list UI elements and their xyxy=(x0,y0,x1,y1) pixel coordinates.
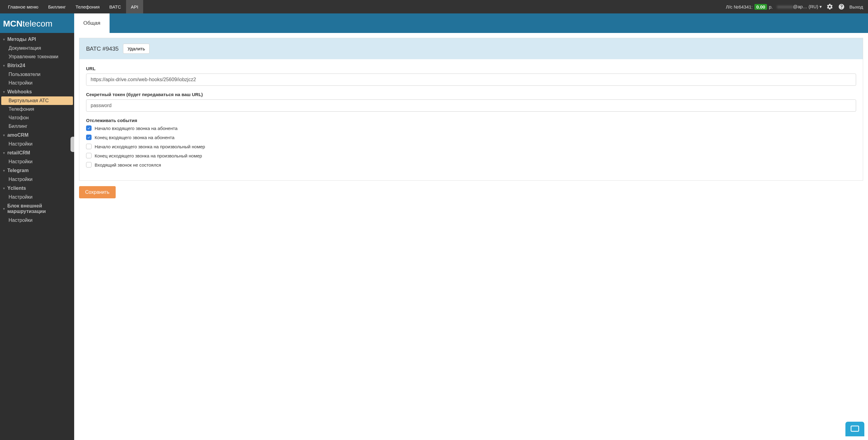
checkbox[interactable] xyxy=(86,144,92,149)
delete-button[interactable]: Удалить xyxy=(123,44,150,54)
caret-down-icon: ▼ xyxy=(2,64,5,67)
token-input[interactable] xyxy=(86,99,856,112)
sidebar-group[interactable]: ▼Bitrix24 xyxy=(0,61,74,70)
events-label: Отслеживать события xyxy=(86,118,856,123)
sidebar-item[interactable]: Настройки xyxy=(0,79,74,87)
sidebar-resize-handle[interactable] xyxy=(70,137,74,152)
sidebar-item[interactable]: Настройки xyxy=(0,193,74,201)
panel-title: ВАТС #9435 xyxy=(86,45,119,52)
event-checkbox-row: Начало исходящего звонка на произвольный… xyxy=(86,144,856,149)
topbar-item-3[interactable]: ВАТС xyxy=(104,0,126,13)
sidebar-group[interactable]: ▼Блок внешней маршрутизации xyxy=(0,201,74,216)
tab-general[interactable]: Общая xyxy=(74,13,110,33)
sidebar: ▼Методы APIДокументацияУправление токена… xyxy=(0,33,74,440)
event-checkbox-row: Конец исходящего звонка на произвольный … xyxy=(86,153,856,158)
checkbox[interactable] xyxy=(86,125,92,131)
help-icon[interactable] xyxy=(838,3,845,10)
topbar-item-2[interactable]: Телефония xyxy=(71,0,105,13)
checkbox[interactable] xyxy=(86,153,92,158)
main-content: ВАТС #9435 Удалить URL Секретный токен (… xyxy=(74,33,868,440)
sidebar-item[interactable]: Настройки xyxy=(0,216,74,225)
event-checkbox-row: Входящий звонок не состоялся xyxy=(86,162,856,167)
gear-icon[interactable] xyxy=(826,3,834,10)
logo: MCNtelecom xyxy=(0,19,74,33)
sidebar-item[interactable]: Телефония xyxy=(0,105,74,114)
sidebar-group[interactable]: ▼Webhooks xyxy=(0,87,74,96)
topbar-item-0[interactable]: Главное меню xyxy=(3,0,43,13)
sidebar-item[interactable]: Чатофон xyxy=(0,114,74,122)
sidebar-item[interactable]: Пользователи xyxy=(0,70,74,79)
url-input[interactable] xyxy=(86,73,856,86)
header-band: MCNtelecom Общая xyxy=(0,13,868,33)
svg-rect-0 xyxy=(851,426,859,432)
caret-down-icon: ▼ xyxy=(2,38,5,41)
sidebar-item[interactable]: Настройки xyxy=(0,140,74,148)
checkbox-label: Входящий звонок не состоялся xyxy=(95,162,161,167)
topbar-item-4[interactable]: API xyxy=(126,0,143,13)
checkbox[interactable] xyxy=(86,134,92,140)
sidebar-group[interactable]: ▼retailCRM xyxy=(0,148,74,157)
url-label: URL xyxy=(86,66,856,71)
caret-down-icon: ▼ xyxy=(2,151,5,155)
sidebar-item[interactable]: Управление токенами xyxy=(0,53,74,61)
sidebar-group[interactable]: ▼Telegram xyxy=(0,166,74,175)
chevron-down-icon: ▾ xyxy=(819,4,822,9)
save-button[interactable]: Сохранить xyxy=(79,186,116,198)
balance-badge: 0.00 xyxy=(754,4,767,10)
caret-down-icon: ▼ xyxy=(2,187,5,190)
topbar-item-1[interactable]: Биллинг xyxy=(43,0,71,13)
sidebar-group[interactable]: ▼Методы API xyxy=(0,35,74,44)
webhook-panel: ВАТС #9435 Удалить URL Секретный токен (… xyxy=(79,38,863,181)
logout-link[interactable]: Выход xyxy=(849,4,865,9)
chat-widget[interactable] xyxy=(845,422,864,436)
token-label: Секретный токен (будет передаваться на в… xyxy=(86,92,856,97)
event-checkbox-row: Конец входящего звонка на абонента xyxy=(86,134,856,140)
balance-currency: р. xyxy=(769,4,773,9)
sidebar-group[interactable]: ▼amoCRM xyxy=(0,131,74,140)
sidebar-item[interactable]: Настройки xyxy=(0,157,74,166)
sidebar-item[interactable]: Настройки xyxy=(0,175,74,184)
sidebar-item[interactable]: Документация xyxy=(0,44,74,53)
sidebar-group[interactable]: ▼Yclients xyxy=(0,184,74,193)
checkbox-label: Конец исходящего звонка на произвольный … xyxy=(95,153,202,158)
panel-header: ВАТС #9435 Удалить xyxy=(79,38,863,59)
sidebar-item[interactable]: Виртуальная АТС xyxy=(1,96,73,105)
checkbox[interactable] xyxy=(86,162,92,167)
caret-down-icon: ▼ xyxy=(2,134,5,137)
user-menu[interactable]: xxxxxxx@ap… (RU) ▾ xyxy=(777,4,822,9)
caret-down-icon: ▼ xyxy=(2,207,5,211)
account-label: Л/с №64341: xyxy=(726,4,753,9)
event-checkbox-row: Начало входящего звонка на абонента xyxy=(86,125,856,131)
checkbox-label: Начало исходящего звонка на произвольный… xyxy=(95,144,205,149)
checkbox-label: Конец входящего звонка на абонента xyxy=(95,135,175,140)
caret-down-icon: ▼ xyxy=(2,90,5,94)
checkbox-label: Начало входящего звонка на абонента xyxy=(95,126,178,131)
topbar: Главное менюБиллингТелефонияВАТСAPI Л/с … xyxy=(0,0,868,13)
caret-down-icon: ▼ xyxy=(2,169,5,172)
sidebar-item[interactable]: Биллинг xyxy=(0,122,74,131)
account-balance: Л/с №64341: 0.00 р. xyxy=(726,4,772,10)
